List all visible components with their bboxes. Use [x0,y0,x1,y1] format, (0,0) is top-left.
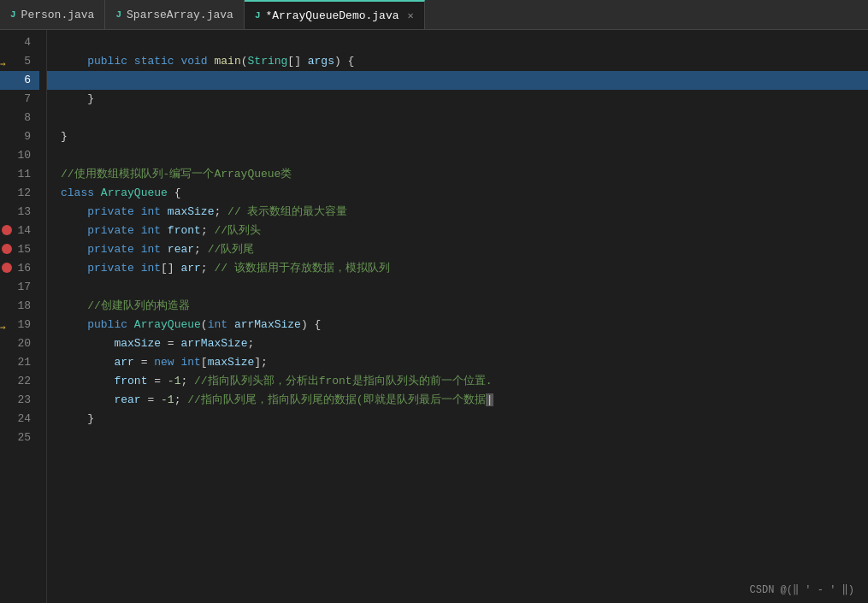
line-numbers: 4⇒56789101112131415161718⇒19202122232425 [0,30,47,603]
line-number: 4 [0,33,39,52]
java-file-icon: J [10,9,16,20]
code-line [47,429,868,447]
code-content[interactable]: public static void main(String[] args) {… [47,30,868,603]
line-number: 16 [0,259,39,278]
tab-label: *ArrayQueueDemo.java [265,9,399,22]
code-line [47,71,868,90]
code-line [47,33,868,52]
line-number: 21 [0,353,39,372]
code-line: } [47,410,868,429]
tab-sparse[interactable]: J SparseArray.java [105,0,244,29]
breakpoint-icon [2,263,12,273]
tab-label: SparseArray.java [127,9,233,21]
close-tab-icon[interactable]: ✕ [408,9,414,22]
line-number: 18 [0,297,39,316]
line-number: 6 [0,71,39,90]
code-line: private int front; //队列头 [47,222,868,240]
line-number: 20 [0,334,39,353]
code-line: } [47,127,868,146]
line-number: 10 [0,146,39,165]
line-number: 24 [0,410,39,429]
code-line: private int maxSize; // 表示数组的最大容量 [47,203,868,222]
line-number: 22 [0,372,39,391]
code-line: private int rear; //队列尾 [47,240,868,259]
line-number: 9 [0,127,39,146]
tab-bar: J Person.java J SparseArray.java J *Arra… [0,0,868,30]
java-file-icon: J [115,9,121,20]
code-line: public ArrayQueue(int arrMaxSize) { [47,316,868,334]
breakpoint-icon [2,225,12,235]
watermark: CSDN @(‖ ' - ' ‖) [750,583,854,596]
line-number: 12 [0,184,39,203]
line-number: 8 [0,109,39,127]
line-number: 7 [0,90,39,109]
code-line: } [47,90,868,109]
code-line: maxSize = arrMaxSize; [47,334,868,353]
line-number: 13 [0,203,39,222]
line-number: 25 [0,429,39,447]
code-line: rear = -1; //指向队列尾，指向队列尾的数据(即就是队列最后一个数据| [47,391,868,410]
line-number: ⇒19 [0,316,39,334]
line-number: ⇒5 [0,52,39,71]
code-line [47,109,868,127]
code-line: class ArrayQueue { [47,184,868,203]
line-number: 15 [0,240,39,259]
line-number: 23 [0,391,39,410]
code-line: front = -1; //指向队列头部，分析出front是指向队列头的前一个位… [47,372,868,391]
code-line: //使用数组模拟队列-编写一个ArrayQueue类 [47,165,868,184]
code-line: arr = new int[maxSize]; [47,353,868,372]
tab-person[interactable]: J Person.java [0,0,105,29]
code-line [47,146,868,165]
code-line: //创建队列的构造器 [47,297,868,316]
java-file-icon: J [255,10,261,21]
line-number: 11 [0,165,39,184]
breakpoint-icon [2,244,12,254]
code-line: private int[] arr; // 该数据用于存放数据，模拟队列 [47,259,868,278]
code-line: public static void main(String[] args) { [47,52,868,71]
code-line [47,278,868,297]
line-number: 14 [0,222,39,240]
tab-arraydemo[interactable]: J *ArrayQueueDemo.java ✕ [245,0,425,29]
tab-label: Person.java [21,9,95,21]
line-number: 17 [0,278,39,297]
editor-area: 4⇒56789101112131415161718⇒19202122232425… [0,30,868,603]
